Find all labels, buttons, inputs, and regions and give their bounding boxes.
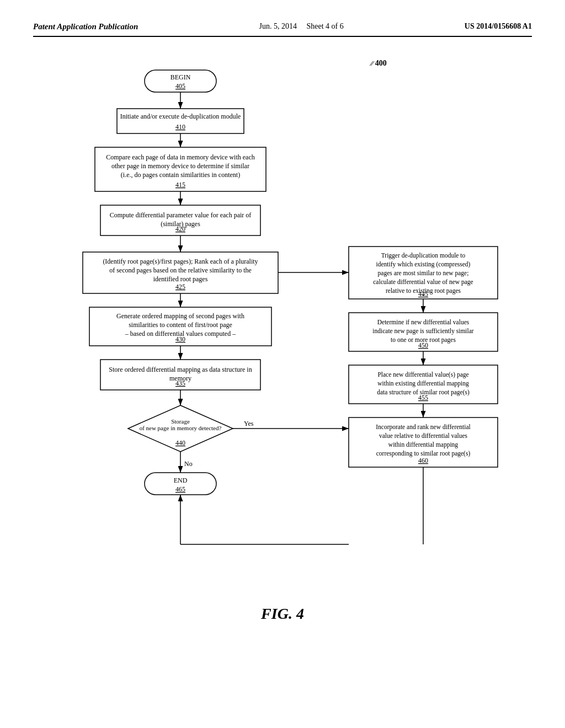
svg-text:Initiate and/or execute de-dup: Initiate and/or execute de-duplication m…	[120, 113, 241, 120]
page: Patent Application Publication Jun. 5, 2…	[0, 0, 565, 728]
header: Patent Application Publication Jun. 5, 2…	[33, 22, 532, 37]
svg-text:Trigger de-duplication module : Trigger de-duplication module to	[381, 252, 466, 259]
svg-text:Incorporate and rank new diffe: Incorporate and rank new differential	[376, 424, 471, 431]
header-sheet: Sheet 4 of 6	[306, 22, 343, 30]
svg-text:other page in memory device to: other page in memory device to determine…	[111, 162, 249, 170]
svg-text:within existing differential m: within existing differential mapping	[377, 380, 469, 387]
svg-text:435: 435	[175, 379, 185, 387]
svg-text:Generate ordered mapping of se: Generate ordered mapping of second pages…	[116, 312, 244, 320]
figure-label: FIG. 4	[33, 605, 532, 623]
flowchart-svg: BEGIN 405 Initiate and/or execute de-dup…	[45, 53, 520, 594]
svg-text:pages are most similar to new : pages are most similar to new page;	[378, 270, 469, 277]
svg-text:445: 445	[418, 290, 428, 298]
svg-text:within differential mapping: within differential mapping	[388, 441, 459, 448]
svg-text:indicate new page is sufficien: indicate new page is sufficiently simila…	[372, 328, 474, 335]
svg-text:(i.e., do pages contain simila: (i.e., do pages contain similarities in …	[121, 171, 240, 179]
svg-text:Yes: Yes	[244, 420, 254, 427]
svg-text:430: 430	[175, 335, 185, 343]
svg-text:Storage: Storage	[171, 418, 190, 425]
svg-text:415: 415	[175, 181, 185, 189]
svg-text:(Identify root page(s)/first p: (Identify root page(s)/first pages); Ran…	[103, 258, 258, 265]
header-center: Jun. 5, 2014 Sheet 4 of 6	[259, 22, 343, 31]
svg-text:460: 460	[418, 457, 428, 464]
svg-text:440: 440	[175, 439, 185, 447]
svg-text:of new page in memory detected: of new page in memory detected?	[140, 425, 222, 431]
svg-text:identify which existing (compr: identify which existing (compressed)	[376, 261, 471, 268]
svg-text:Store ordered differential map: Store ordered differential mapping as da…	[109, 366, 252, 373]
svg-text:of second pages based on the r: of second pages based on the relative si…	[109, 266, 252, 274]
svg-text:Compare each page of data in m: Compare each page of data in memory devi…	[106, 153, 255, 161]
svg-text:BEGIN: BEGIN	[170, 73, 191, 81]
header-patent: US 2014/0156608 A1	[465, 22, 532, 31]
svg-text:465: 465	[175, 485, 185, 493]
svg-text:identified root pages: identified root pages	[153, 275, 208, 283]
header-date: Jun. 5, 2014	[259, 22, 296, 30]
svg-text:value relative to differential: value relative to differential values	[379, 432, 468, 439]
svg-text:END: END	[174, 477, 188, 484]
svg-text:Place new differential value(s: Place new differential value(s) page	[377, 371, 468, 378]
header-title: Patent Application Publication	[33, 22, 138, 31]
svg-text:450: 450	[418, 341, 428, 349]
svg-text:No: No	[184, 460, 193, 468]
svg-text:405: 405	[175, 82, 185, 90]
svg-text:Determine if new differential : Determine if new differential values	[377, 319, 470, 325]
svg-text:410: 410	[175, 123, 185, 131]
svg-text:455: 455	[418, 394, 428, 402]
svg-text:similarities to content of fir: similarities to content of first/root pa…	[129, 321, 232, 329]
svg-text:calculate differential value o: calculate differential value of new page	[373, 279, 473, 286]
svg-text:425: 425	[175, 283, 185, 291]
flowchart: ∕∕ 400 BEGIN 405 Initiate and/or execute…	[45, 53, 520, 594]
svg-text:420: 420	[175, 225, 185, 233]
svg-text:Compute differential parameter: Compute differential parameter value for…	[110, 211, 252, 219]
